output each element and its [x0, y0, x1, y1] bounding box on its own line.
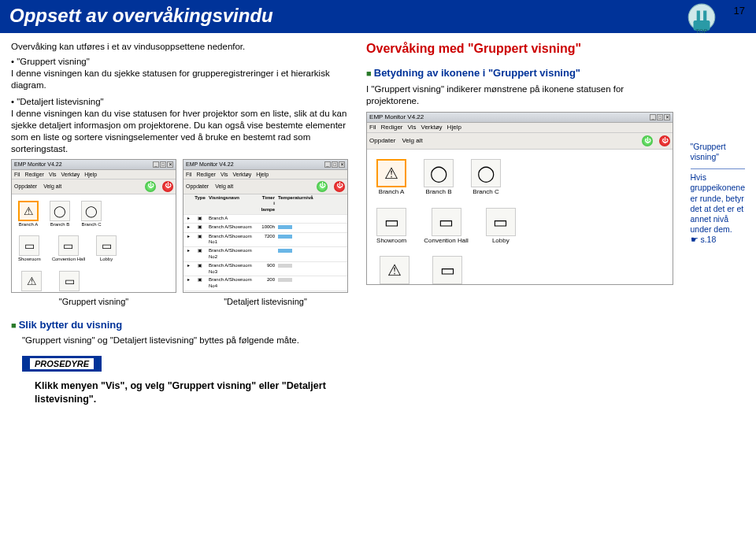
window-controls-icon: _□✕ [153, 161, 173, 168]
room-icon: ▭ [432, 256, 462, 284]
svg-rect-3 [703, 11, 706, 21]
group-folder-icon: ◯ [50, 201, 70, 221]
grouped-view-title: "Gruppert visning" [11, 56, 354, 68]
list-row: ▸▣Branch A/Showroom1000h [183, 224, 347, 233]
group-label: Branch B [50, 222, 70, 227]
power-off-icon: ⏻ [162, 181, 173, 192]
grouped-view-desc: I denne visningen kan du sjekke statusen… [11, 68, 354, 91]
caption-detailed: "Detaljert listevisning" [183, 296, 348, 307]
page-number: 17 [734, 5, 745, 17]
group-folder-icon: ◯ [424, 159, 454, 187]
menu-item: Vis [220, 171, 228, 178]
menu-item: Fil [14, 171, 20, 178]
col-header: Timer i lampe [261, 195, 278, 213]
col-header: Temperaturnivå [278, 195, 297, 213]
room-icon: ⚠ [380, 256, 410, 284]
room-icon: ▭ [58, 235, 79, 256]
group-label: Branch B [426, 188, 452, 195]
toolbar-label: Velg alt [402, 137, 422, 145]
menu-bar: Fil Rediger Vis Verktøy Hjelp [183, 170, 347, 179]
menu-item: Verktøy [233, 171, 252, 178]
list-row: ▸▣Branch A/Showroom No17200 [183, 233, 347, 248]
menu-item: Verktøy [421, 124, 442, 131]
power-on-icon: ⏻ [642, 135, 653, 146]
list-header: Type Visningsnavn Timer i lampe Temperat… [183, 194, 347, 215]
screenshot-row: EMP Monitor V4.22 _□✕ Fil Rediger Vis Ve… [11, 159, 354, 293]
lower-section: Slik bytter du visning "Gruppert visning… [0, 308, 756, 406]
left-column: Overvåking kan utføres i et av vindusopp… [11, 41, 354, 308]
list-row: ▸▣Branch A/Showroom No4200 [183, 276, 347, 291]
group-label: Branch C [81, 222, 101, 227]
page-title: Oppsett av overvåkingsvindu [9, 5, 273, 27]
intro-text: Overvåking kan utføres i et av vindusopp… [11, 41, 354, 53]
list-row: ▸▣Branch A/Showroom No2 [183, 247, 347, 262]
menu-item: Rediger [24, 171, 44, 178]
menu-item: Fil [369, 124, 376, 131]
room-icon: ▭ [59, 271, 80, 291]
menu-item: Fil [186, 171, 191, 178]
group-label: Convention Hall [424, 237, 468, 244]
side-page-link[interactable]: s.18 [691, 235, 745, 245]
list-row: ▸▣Branch A [183, 215, 347, 224]
list-row: ▸▣Branch A/Showroom No3900 [183, 262, 347, 277]
toolbar-label: Oppdater [14, 183, 37, 190]
group-label: Convention Hall [52, 257, 85, 261]
menu-bar: Fil Rediger Vis Verktøy Hjelp [367, 123, 673, 133]
group-label: Showroom A [18, 292, 45, 293]
room-icon: ⚠ [21, 271, 42, 291]
menu-item: Vis [408, 124, 417, 131]
room-icon: ▭ [486, 208, 516, 236]
content-columns: Overvåking kan utføres i et av vindusopp… [0, 33, 756, 308]
lower-paragraph: "Gruppert visning" og "Detaljert listevi… [22, 335, 745, 345]
procedure-step: Klikk menyen "Vis", og velg "Gruppert vi… [35, 379, 365, 406]
toolbar-label: Velg alt [43, 183, 61, 190]
list-view-table: Type Visningsnavn Timer i lampe Temperat… [183, 194, 347, 294]
group-folder-icon: ◯ [81, 201, 102, 221]
col-header: Type [193, 195, 207, 213]
screenshot-grouped-view-large: EMP Monitor V4.22 _□✕ Fil Rediger Vis Ve… [366, 112, 673, 285]
power-on-icon: ⏻ [317, 181, 328, 192]
menu-item: Rediger [196, 171, 216, 178]
toolbar-label: Oppdater [369, 137, 395, 145]
group-folder-icon: ◯ [471, 159, 501, 187]
toolbar: Oppdater Velg alt ⏻ ⏻ [12, 179, 176, 194]
svg-rect-2 [697, 11, 700, 21]
group-label: Showroom B [56, 292, 83, 293]
group-label: Showroom [376, 237, 406, 244]
menu-item: Vis [49, 171, 57, 178]
menu-item: Verktøy [61, 171, 80, 178]
window-title: EMP Monitor V4.22 [369, 113, 424, 121]
group-label: Lobby [492, 237, 510, 244]
caption-grouped: "Gruppert visning" [11, 296, 176, 307]
side-note: Hvis gruppeikonene er runde, betyr det a… [691, 172, 745, 235]
group-label: Branch A [379, 188, 404, 195]
svg-text:TOP: TOP [696, 28, 708, 35]
window-title: EMP Monitor V4.22 [14, 161, 62, 168]
group-label: Showroom [18, 257, 41, 261]
group-label: Branch A [19, 222, 38, 227]
toolbar-label: Velg alt [215, 183, 233, 190]
window-controls-icon: _□✕ [324, 161, 345, 168]
detailed-view-desc: I denne visningen kan du vise statusen f… [11, 108, 354, 155]
right-column: Overvåking med "Gruppert visning" Betydn… [366, 41, 677, 308]
page-header: Oppsett av overvåkingsvindu [0, 0, 756, 33]
col-header: Visningsnavn [207, 195, 261, 213]
toolbar: Oppdater Velg alt ⏻ ⏻ [367, 133, 673, 150]
procedure-tag: PROSEDYRE [22, 356, 102, 372]
section-heading: Overvåking med "Gruppert visning" [366, 41, 677, 57]
screenshot-detailed-list: EMP Monitor V4.22 _□✕ Fil Rediger Vis Ve… [183, 159, 348, 293]
menu-item: Rediger [381, 124, 403, 131]
group-label: Branch C [472, 188, 498, 195]
group-folder-icon: ⚠ [376, 159, 406, 187]
menu-item: Hjelp [256, 171, 269, 178]
room-icon: ▭ [96, 235, 117, 256]
group-folder-icon: ⚠ [18, 201, 39, 221]
subsection-heading: Slik bytter du visning [11, 319, 745, 331]
subsection-heading: Betydning av ikonene i "Gruppert visning… [366, 67, 677, 80]
room-icon: ▭ [376, 208, 406, 236]
window-title: EMP Monitor V4.22 [186, 161, 234, 168]
power-on-icon: ⏻ [145, 181, 156, 192]
grouped-view-canvas: ⚠Branch A ◯Branch B ◯Branch C ▭Showroom … [12, 194, 176, 294]
group-label: Lobby [100, 257, 113, 261]
window-controls-icon: _□✕ [650, 114, 670, 120]
